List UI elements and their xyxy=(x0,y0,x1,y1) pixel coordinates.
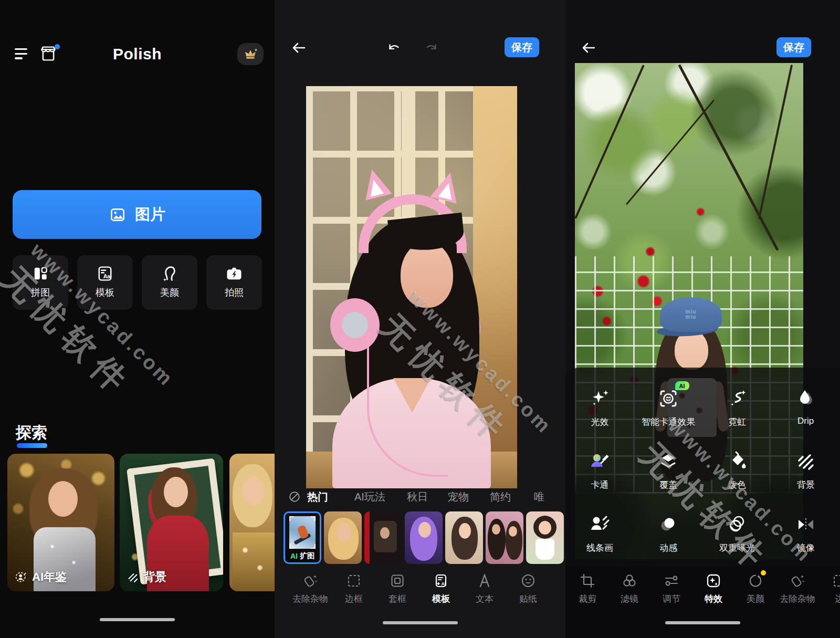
camera-icon xyxy=(225,264,244,283)
eraser-icon xyxy=(288,572,332,589)
editor-canvas-photo[interactable] xyxy=(306,86,517,488)
save-button[interactable]: 保存 xyxy=(776,37,811,57)
template-thumb-friends[interactable] xyxy=(486,511,523,564)
tool-beauty[interactable]: 美颜 xyxy=(733,572,778,605)
nested-frame-icon xyxy=(375,572,419,589)
tool-frame[interactable]: 套框 xyxy=(375,572,419,605)
effect-mirror[interactable]: 镜像 xyxy=(771,500,840,563)
photo-face xyxy=(48,481,78,517)
back-button[interactable] xyxy=(290,39,307,56)
template-ai-icon: AI xyxy=(419,572,463,589)
home-indicator[interactable] xyxy=(383,621,458,624)
feature-camera[interactable]: 拍照 xyxy=(206,255,262,310)
overlay-layers-icon xyxy=(634,448,703,475)
tool-border[interactable]: 边框 xyxy=(332,572,376,605)
tool-adjust[interactable]: 调节 xyxy=(649,572,694,605)
photo-blue-cap: miu miu xyxy=(660,297,722,332)
mirror-icon xyxy=(771,511,840,538)
template-thumb-blonde[interactable] xyxy=(324,511,362,564)
app-screenshot: { "home": { "title": "Polish", "primary_… xyxy=(0,0,840,638)
tool-border-cutoff[interactable]: 边 xyxy=(817,572,840,605)
beauty-face-icon xyxy=(733,572,778,589)
photo-gold-dress xyxy=(233,532,275,591)
tool-sticker[interactable]: 贴纸 xyxy=(506,572,550,605)
background-icon xyxy=(127,571,139,583)
photo-face xyxy=(242,477,264,505)
template-thumb-portrait[interactable] xyxy=(445,511,483,564)
double-exposure-icon xyxy=(703,511,772,538)
effect-light-fx[interactable]: 光效 xyxy=(565,374,634,437)
effect-overlay[interactable]: 覆盖 xyxy=(634,437,703,500)
crop-corners xyxy=(289,516,316,549)
effect-color-splash[interactable]: 泼色 xyxy=(703,437,772,500)
border-frame-icon xyxy=(332,572,376,589)
collage-icon xyxy=(31,264,50,283)
image-icon xyxy=(109,206,127,224)
feature-template[interactable]: Aa 模板 xyxy=(77,255,133,310)
paint-bucket-icon xyxy=(703,448,772,475)
template-thumb-cartoon[interactable] xyxy=(526,511,564,564)
template-thumb-purple-girl[interactable] xyxy=(405,511,443,564)
drip-icon xyxy=(771,385,840,412)
beauty-icon xyxy=(160,264,179,283)
effect-line-art[interactable]: 线条画 xyxy=(565,500,634,563)
explore-card-partial[interactable] xyxy=(229,454,275,591)
effects-sparkle-icon xyxy=(691,572,736,589)
neon-icon xyxy=(703,385,772,412)
tab-autumn[interactable]: 秋日 xyxy=(407,490,428,504)
eraser-icon xyxy=(775,572,820,589)
feature-beauty[interactable]: 美颜 xyxy=(142,255,197,310)
tool-effects-active[interactable]: 特效 xyxy=(691,572,736,605)
picture-button-label: 图片 xyxy=(135,204,165,225)
tool-filter[interactable]: 滤镜 xyxy=(607,572,652,605)
redo-button[interactable] xyxy=(424,40,439,56)
back-button[interactable] xyxy=(580,39,597,56)
open-picture-button[interactable]: 图片 xyxy=(13,190,261,239)
tab-hot[interactable]: 热门 xyxy=(307,490,328,504)
tool-remove-objects[interactable]: 去除杂物 xyxy=(775,572,820,605)
template-thumb-red-frame[interactable] xyxy=(364,511,402,564)
effect-double-exposure[interactable]: 双重曝光 xyxy=(703,500,772,563)
tool-text[interactable]: 文本 xyxy=(463,572,507,605)
explore-card-ai-yearbook[interactable]: AI年鉴 xyxy=(7,454,114,591)
explore-underline xyxy=(17,443,47,448)
ai-badge: AI xyxy=(675,381,689,390)
text-icon xyxy=(463,572,507,589)
home-indicator[interactable] xyxy=(665,621,740,624)
template-thumb-ai-expand-selected[interactable]: AI 扩图 xyxy=(284,511,321,564)
sticker-smiley-icon xyxy=(506,572,550,589)
effect-neon[interactable]: 霓虹 xyxy=(703,374,772,437)
effect-motion[interactable]: 动感 xyxy=(634,500,703,563)
home-indicator[interactable] xyxy=(100,618,175,621)
app-title: Polish xyxy=(0,45,275,63)
line-art-icon xyxy=(565,511,634,538)
photo-face xyxy=(164,477,188,507)
adjust-sliders-icon xyxy=(649,572,694,589)
tab-pets[interactable]: 宠物 xyxy=(448,490,469,504)
explore-card-label: 背景 xyxy=(143,569,166,585)
tab-cutoff[interactable]: 唯 xyxy=(534,490,544,504)
no-template-icon[interactable] xyxy=(287,489,302,504)
motion-blur-icon xyxy=(634,511,703,538)
tool-crop[interactable]: 裁剪 xyxy=(565,572,610,605)
tool-template-active[interactable]: AI 模板 xyxy=(419,572,463,605)
premium-crown-button[interactable] xyxy=(237,43,264,65)
filter-circles-icon xyxy=(607,572,652,589)
effects-grid: 光效 AI 智能卡通效果 霓虹 xyxy=(565,374,840,563)
feature-collage[interactable]: 拼图 xyxy=(13,255,68,310)
undo-button[interactable] xyxy=(386,40,402,56)
tab-simple[interactable]: 简约 xyxy=(490,490,511,504)
tab-ai-play[interactable]: AI玩法 xyxy=(354,490,385,504)
smart-cartoon-icon: AI xyxy=(634,385,703,412)
effect-smart-cartoon[interactable]: AI 智能卡通效果 xyxy=(634,374,703,437)
explore-card-background[interactable]: 背景 xyxy=(120,454,223,591)
crown-icon xyxy=(243,47,258,61)
template-thumb-label: AI 扩图 xyxy=(285,550,320,562)
effect-background[interactable]: 背景 xyxy=(771,437,840,500)
effect-drip[interactable]: Drip xyxy=(771,374,840,437)
tool-remove-objects[interactable]: 去除杂物 xyxy=(288,572,332,605)
effect-cartoon[interactable]: 卡通 xyxy=(565,437,634,500)
feature-label: 美颜 xyxy=(142,286,197,299)
cartoon-icon xyxy=(565,448,634,475)
save-button[interactable]: 保存 xyxy=(505,37,539,57)
